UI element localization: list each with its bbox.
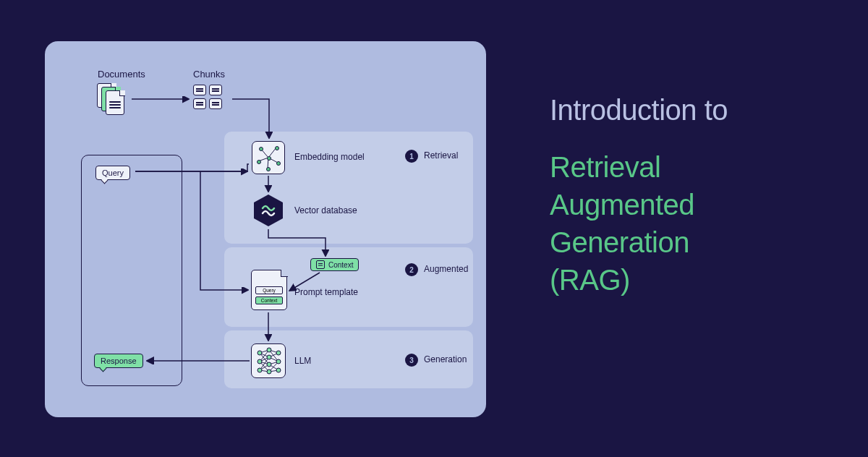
title-line-1: Introduction to	[550, 94, 728, 127]
context-text: Context	[328, 261, 353, 269]
query-pill: Query	[95, 166, 130, 180]
svg-point-31	[276, 351, 281, 355]
hexagon-icon	[251, 193, 286, 228]
response-text: Response	[101, 356, 137, 365]
llm-label: LLM	[294, 356, 311, 366]
svg-point-24	[258, 351, 262, 355]
title-line-2: RetrievalAugmentedGeneration(RAG)	[550, 148, 728, 299]
stage-2-label: Augmented	[424, 264, 468, 274]
llm-node	[251, 343, 286, 378]
vector-database-node	[251, 193, 286, 228]
diagram-panel: 1 Retrieval 2 Augmented 3 Generation Doc…	[45, 41, 486, 417]
title-block: Introduction to RetrievalAugmentedGenera…	[550, 94, 728, 299]
query-text: Query	[102, 168, 124, 177]
prompt-inner-context: Context	[255, 296, 283, 304]
prompt-inner-query: Query	[255, 286, 283, 294]
svg-marker-5	[254, 195, 283, 226]
svg-point-33	[276, 368, 281, 372]
svg-point-29	[267, 362, 271, 367]
chat-enclosure	[81, 155, 182, 386]
context-pill: Context	[310, 258, 359, 271]
embedding-model-node	[252, 141, 285, 174]
prompt-label: Prompt template	[294, 287, 358, 297]
stage-1-badge: 1	[405, 150, 418, 163]
svg-point-26	[258, 368, 262, 372]
prompt-template-node: Query Context	[251, 270, 287, 310]
svg-point-28	[267, 355, 271, 359]
svg-point-30	[267, 370, 271, 374]
svg-point-25	[258, 359, 262, 364]
neural-net-icon	[252, 344, 286, 379]
vectordb-label: Vector database	[294, 205, 357, 215]
stage-1-label: Retrieval	[424, 150, 458, 161]
stage-3-label: Generation	[424, 354, 467, 364]
documents-label: Documents	[98, 69, 145, 80]
response-pill: Response	[94, 354, 143, 368]
embedding-label: Embedding model	[294, 152, 365, 162]
chunks-label: Chunks	[193, 69, 225, 80]
network-icon	[252, 142, 284, 174]
svg-point-32	[276, 359, 281, 364]
stage-2-badge: 2	[405, 263, 418, 276]
svg-point-27	[267, 348, 271, 352]
stage-3-badge: 3	[405, 354, 418, 367]
context-icon	[316, 260, 325, 269]
